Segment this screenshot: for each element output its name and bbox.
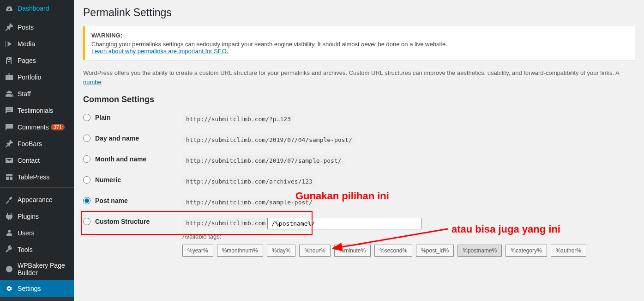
sidebar-label: Settings xyxy=(18,285,41,292)
sidebar-label: Users xyxy=(18,229,35,237)
tag-monthnum[interactable]: %monthnum% xyxy=(217,245,263,257)
sidebar-label: WPBakery Page Builder xyxy=(18,262,70,276)
tag-postname[interactable]: %postname% xyxy=(457,245,502,257)
intro-text: WordPress offers you the ability to crea… xyxy=(83,68,635,86)
radio-label-postname[interactable]: Post name xyxy=(83,197,182,204)
custom-base: http://submitclimb.com xyxy=(182,218,269,228)
sidebar-label: Comments xyxy=(18,123,49,131)
sidebar-item-media[interactable]: Media xyxy=(0,36,74,52)
sidebar-item-staff[interactable]: Staff xyxy=(0,86,74,102)
option-month-name: Month and name http://submitclimb.com/20… xyxy=(83,155,635,166)
radio-label-day[interactable]: Day and name xyxy=(83,135,182,142)
section-heading: Common Settings xyxy=(83,95,635,104)
sidebar-label: Testimonials xyxy=(18,107,53,114)
url-day: http://submitclimb.com/2019/07/04/sample… xyxy=(182,135,356,145)
sidebar-label: Appearance xyxy=(18,196,53,203)
option-day-name: Day and name http://submitclimb.com/2019… xyxy=(83,135,635,145)
url-numeric: http://submitclimb.com/archives/123 xyxy=(182,176,316,187)
warning-notice: WARNING: Changing your permalinks settin… xyxy=(83,26,635,60)
sidebar-item-foobars[interactable]: FooBars xyxy=(0,135,74,152)
page-title: Permalink Settings xyxy=(83,6,635,19)
intro-link[interactable]: numbe xyxy=(83,79,102,86)
tag-postid[interactable]: %post_id% xyxy=(416,245,454,257)
tag-minute[interactable]: %minute% xyxy=(334,245,371,257)
comments-badge: 371 xyxy=(51,124,65,130)
sidebar-label: Tools xyxy=(18,246,33,253)
tag-hour[interactable]: %hour% xyxy=(299,245,330,257)
sidebar-item-contact[interactable]: Contact xyxy=(0,152,74,169)
radio-label-month[interactable]: Month and name xyxy=(83,155,182,163)
sidebar-label: Plugins xyxy=(18,213,39,220)
sidebar-item-settings[interactable]: Settings xyxy=(0,280,74,297)
sidebar-label: Posts xyxy=(18,24,34,31)
testimonials-icon xyxy=(5,106,14,115)
svg-point-0 xyxy=(6,266,12,272)
sidebar-item-testimonials[interactable]: Testimonials xyxy=(0,102,74,119)
pin-icon xyxy=(5,139,14,148)
sidebar-label: Contact xyxy=(18,157,40,164)
radio-month[interactable] xyxy=(83,155,90,163)
comments-icon xyxy=(5,123,14,132)
tag-year[interactable]: %year% xyxy=(182,245,213,257)
dashboard-icon xyxy=(5,4,14,13)
tags-row: %year% %monthnum% %day% %hour% %minute% … xyxy=(182,245,635,257)
wpbakery-icon xyxy=(5,264,14,274)
sidebar-item-plugins[interactable]: Plugins xyxy=(0,208,74,225)
warning-text: Changing your permalinks settings can se… xyxy=(91,41,447,48)
sidebar-item-portfolio[interactable]: Portfolio xyxy=(0,69,74,86)
radio-label-plain[interactable]: Plain xyxy=(83,114,182,121)
tag-day[interactable]: %day% xyxy=(267,245,296,257)
media-icon xyxy=(5,39,14,49)
sidebar-item-comments[interactable]: Comments371 xyxy=(0,119,74,135)
users-icon xyxy=(5,228,14,238)
sidebar-label: FooBars xyxy=(18,140,42,147)
plugins-icon xyxy=(5,212,14,221)
tag-author[interactable]: %author% xyxy=(551,245,586,257)
sidebar-item-appearance[interactable]: Appearance xyxy=(0,191,74,208)
main-content: Permalink Settings WARNING: Changing you… xyxy=(74,0,644,301)
sidebar-label: Dashboard xyxy=(18,5,49,12)
sidebar-item-tools[interactable]: Tools xyxy=(0,241,74,258)
admin-sidebar: Dashboard Posts Media Pages Portfolio St… xyxy=(0,0,74,301)
available-tags-label: Available tags: xyxy=(182,233,635,240)
staff-icon xyxy=(5,89,14,98)
radio-day[interactable] xyxy=(83,135,90,142)
tools-icon xyxy=(5,245,14,254)
sidebar-item-dashboard[interactable]: Dashboard xyxy=(0,0,74,17)
custom-structure-input[interactable] xyxy=(267,218,422,229)
radio-plain[interactable] xyxy=(83,114,90,121)
warning-link[interactable]: Learn about why permalinks are important… xyxy=(91,48,228,55)
tag-second[interactable]: %second% xyxy=(374,245,412,257)
sidebar-item-tablepress[interactable]: TablePress xyxy=(0,169,74,185)
radio-label-custom[interactable]: Custom Structure xyxy=(83,218,182,225)
sidebar-label: Media xyxy=(18,40,35,48)
sidebar-label: Pages xyxy=(18,57,36,64)
tag-category[interactable]: %category% xyxy=(506,245,547,257)
contact-icon xyxy=(5,156,14,165)
sidebar-label: Staff xyxy=(18,90,31,98)
sidebar-sub-general[interactable]: General xyxy=(0,297,74,301)
pages-icon xyxy=(5,56,14,65)
sidebar-item-wpbakery[interactable]: WPBakery Page Builder xyxy=(0,258,74,280)
sidebar-item-pages[interactable]: Pages xyxy=(0,52,74,69)
option-custom: Custom Structure http://submitclimb.com … xyxy=(83,218,635,257)
option-numeric: Numeric http://submitclimb.com/archives/… xyxy=(83,176,635,187)
sidebar-item-posts[interactable]: Posts xyxy=(0,19,74,36)
portfolio-icon xyxy=(5,73,14,82)
sidebar-label: TablePress xyxy=(18,173,49,181)
warning-label: WARNING: xyxy=(91,32,628,39)
radio-numeric[interactable] xyxy=(83,176,90,184)
radio-label-numeric[interactable]: Numeric xyxy=(83,176,182,184)
option-postname: Post name http://submitclimb.com/sample-… xyxy=(83,197,635,208)
url-month: http://submitclimb.com/2019/07/sample-po… xyxy=(182,155,345,166)
option-plain: Plain http://submitclimb.com/?p=123 xyxy=(83,114,635,124)
sidebar-label: Portfolio xyxy=(18,74,41,81)
settings-icon xyxy=(5,284,14,293)
url-postname: http://submitclimb.com/sample-post/ xyxy=(182,197,316,208)
appearance-icon xyxy=(5,195,14,204)
radio-postname[interactable] xyxy=(83,197,90,204)
sidebar-item-users[interactable]: Users xyxy=(0,225,74,241)
pin-icon xyxy=(5,23,14,32)
radio-custom[interactable] xyxy=(83,218,90,225)
url-plain: http://submitclimb.com/?p=123 xyxy=(182,114,295,124)
